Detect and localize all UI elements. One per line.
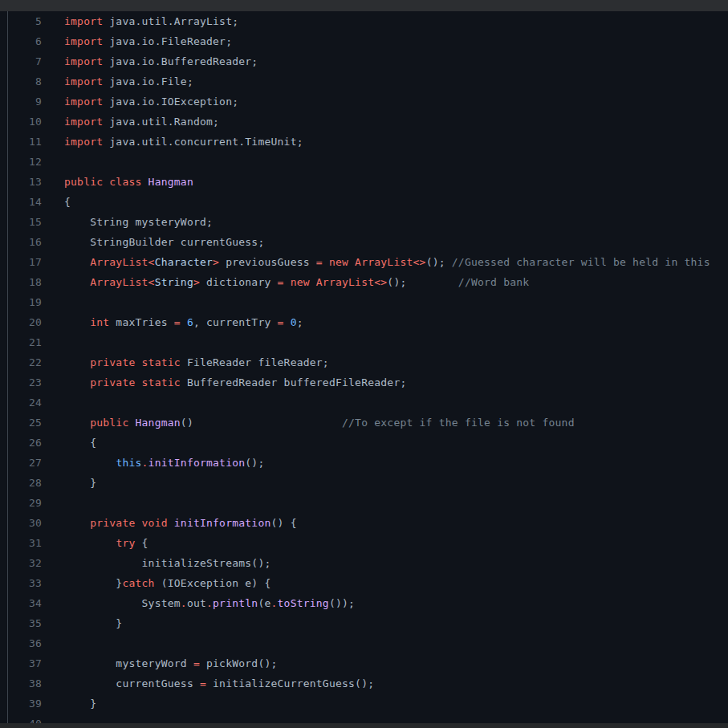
code-text: System.out.println(e.toString()); [64,593,355,613]
code-line[interactable]: 28 } [0,473,710,493]
code-line[interactable]: 35 } [0,613,710,633]
code-line[interactable]: 31 try { [0,533,710,553]
line-number: 39 [0,693,42,714]
line-number: 33 [0,573,42,593]
code-line[interactable]: 32 initializeStreams(); [0,553,710,573]
gutter-border [7,11,8,728]
code-text: initializeStreams(); [64,553,271,573]
code-line[interactable]: 15 String mysteryWord; [0,212,710,232]
code-text: private static FileReader fileReader; [64,352,329,372]
code-text: import java.io.File; [64,71,193,92]
line-number: 10 [0,112,42,132]
code-line[interactable]: 13public class Hangman [0,172,710,192]
code-line[interactable]: 9import java.io.IOException; [0,92,710,112]
code-line[interactable]: 33 }catch (IOException e) { [0,573,710,593]
code-text: int maxTries = 6, currentTry = 0; [64,312,303,332]
code-text: import java.util.Random; [64,112,219,132]
line-number: 16 [0,232,42,252]
code-text: import java.util.ArrayList; [64,11,238,31]
code-text: private static BufferedReader bufferedFi… [64,372,406,392]
code-text: } [64,613,122,633]
line-number: 19 [0,292,42,312]
line-number: 36 [0,633,42,653]
line-number: 7 [0,51,42,71]
line-number: 24 [0,392,42,413]
line-number: 25 [0,413,42,433]
code-text: }catch (IOException e) { [64,573,271,593]
line-number: 15 [0,212,42,232]
line-number: 29 [0,493,42,513]
code-text: private void initInformation() { [64,513,297,533]
code-text: this.initInformation(); [64,453,264,473]
code-line[interactable]: 38 currentGuess = initializeCurrentGuess… [0,673,710,693]
code-line[interactable]: 20 int maxTries = 6, currentTry = 0; [0,312,710,332]
line-number: 14 [0,192,42,212]
code-text: import java.util.concurrent.TimeUnit; [64,132,303,152]
line-number: 22 [0,352,42,372]
line-number: 5 [0,11,42,31]
code-text: ArrayList<String> dictionary = new Array… [64,272,529,292]
code-editor[interactable]: 5import java.util.ArrayList;6import java… [0,11,710,728]
line-number: 26 [0,433,42,453]
code-line[interactable]: 21 [0,332,710,352]
code-line[interactable]: 14{ [0,192,710,212]
line-number: 31 [0,533,42,553]
code-text: { [64,192,71,212]
line-number: 32 [0,553,42,573]
line-number: 20 [0,312,42,332]
line-number: 6 [0,31,42,51]
code-line[interactable]: 36 [0,633,710,653]
line-number: 30 [0,513,42,533]
code-text: try { [64,533,148,553]
code-text: currentGuess = initializeCurrentGuess(); [64,673,374,693]
code-text: String mysteryWord; [64,212,213,232]
code-line[interactable]: 26 { [0,433,710,453]
code-text: public Hangman() //To except if the file… [64,413,575,433]
code-line[interactable]: 19 [0,292,710,312]
code-line[interactable]: 39 } [0,693,710,714]
code-line[interactable]: 10import java.util.Random; [0,112,710,132]
code-line[interactable]: 22 private static FileReader fileReader; [0,352,710,372]
window-titlebar [0,0,728,11]
code-text: public class Hangman [64,172,193,192]
code-line[interactable]: 24 [0,392,710,413]
code-text: import java.io.IOException; [64,92,238,112]
line-number: 34 [0,593,42,613]
code-text: } [64,473,96,493]
line-number: 12 [0,152,42,172]
code-line[interactable]: 27 this.initInformation(); [0,453,710,473]
code-text: } [64,693,96,714]
line-number: 35 [0,613,42,633]
code-line[interactable]: 7import java.io.BufferedReader; [0,51,710,71]
code-text: ArrayList<Character> previousGuess = new… [64,252,710,272]
code-line[interactable]: 30 private void initInformation() { [0,513,710,533]
code-text: mysteryWord = pickWord(); [64,653,278,673]
code-line[interactable]: 8import java.io.File; [0,71,710,92]
code-line[interactable]: 5import java.util.ArrayList; [0,11,710,31]
line-number: 13 [0,172,42,192]
code-line[interactable]: 23 private static BufferedReader buffere… [0,372,710,392]
bottom-bar [0,723,728,728]
code-line[interactable]: 6import java.io.FileReader; [0,31,710,51]
code-line[interactable]: 29 [0,493,710,513]
line-number: 37 [0,653,42,673]
code-line[interactable]: 18 ArrayList<String> dictionary = new Ar… [0,272,710,292]
code-text: StringBuilder currentGuess; [64,232,264,252]
line-number: 23 [0,372,42,392]
code-line[interactable]: 37 mysteryWord = pickWord(); [0,653,710,673]
code-line[interactable]: 12 [0,152,710,172]
code-line[interactable]: 25 public Hangman() //To except if the f… [0,413,710,433]
code-line[interactable]: 17 ArrayList<Character> previousGuess = … [0,252,710,272]
line-number: 27 [0,453,42,473]
code-line[interactable]: 16 StringBuilder currentGuess; [0,232,710,252]
line-number: 38 [0,673,42,693]
line-number: 18 [0,272,42,292]
line-number: 21 [0,332,42,352]
code-line[interactable]: 34 System.out.println(e.toString()); [0,593,710,613]
line-number: 11 [0,132,42,152]
code-text: import java.io.BufferedReader; [64,51,258,71]
line-number: 17 [0,252,42,272]
line-number: 28 [0,473,42,493]
code-line[interactable]: 11import java.util.concurrent.TimeUnit; [0,132,710,152]
line-number: 9 [0,92,42,112]
